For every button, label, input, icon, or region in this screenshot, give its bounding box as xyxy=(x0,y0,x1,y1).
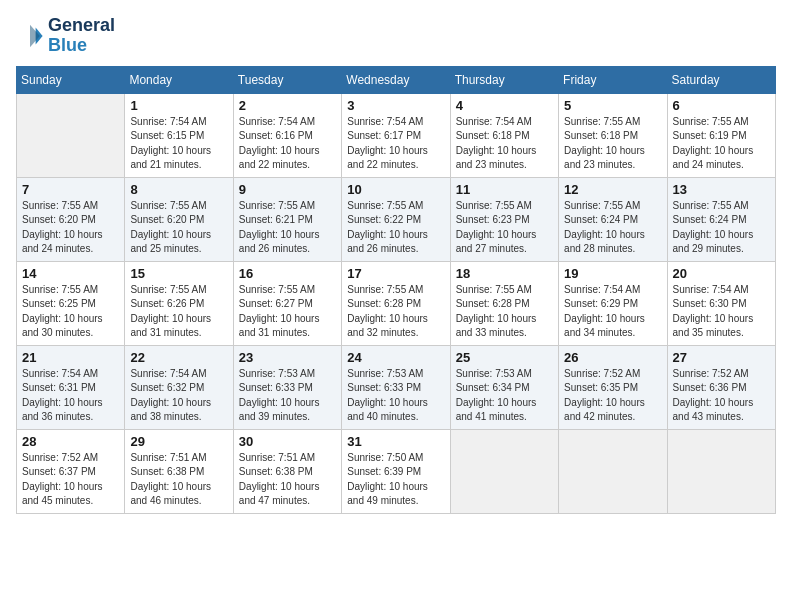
calendar-cell: 5Sunrise: 7:55 AMSunset: 6:18 PMDaylight… xyxy=(559,93,667,177)
calendar-cell: 23Sunrise: 7:53 AMSunset: 6:33 PMDayligh… xyxy=(233,345,341,429)
calendar-cell: 22Sunrise: 7:54 AMSunset: 6:32 PMDayligh… xyxy=(125,345,233,429)
calendar-cell: 28Sunrise: 7:52 AMSunset: 6:37 PMDayligh… xyxy=(17,429,125,513)
calendar-cell: 19Sunrise: 7:54 AMSunset: 6:29 PMDayligh… xyxy=(559,261,667,345)
logo-icon xyxy=(16,22,44,50)
day-number: 7 xyxy=(22,182,119,197)
day-info: Sunrise: 7:55 AMSunset: 6:24 PMDaylight:… xyxy=(673,199,770,257)
day-number: 1 xyxy=(130,98,227,113)
calendar-cell: 9Sunrise: 7:55 AMSunset: 6:21 PMDaylight… xyxy=(233,177,341,261)
page-header: General Blue xyxy=(16,16,776,56)
day-number: 11 xyxy=(456,182,553,197)
day-number: 27 xyxy=(673,350,770,365)
logo: General Blue xyxy=(16,16,115,56)
weekday-header: Tuesday xyxy=(233,66,341,93)
day-info: Sunrise: 7:54 AMSunset: 6:16 PMDaylight:… xyxy=(239,115,336,173)
calendar-cell: 21Sunrise: 7:54 AMSunset: 6:31 PMDayligh… xyxy=(17,345,125,429)
calendar-cell: 2Sunrise: 7:54 AMSunset: 6:16 PMDaylight… xyxy=(233,93,341,177)
calendar-cell xyxy=(559,429,667,513)
calendar-cell xyxy=(17,93,125,177)
day-number: 5 xyxy=(564,98,661,113)
day-number: 6 xyxy=(673,98,770,113)
calendar-cell: 8Sunrise: 7:55 AMSunset: 6:20 PMDaylight… xyxy=(125,177,233,261)
day-number: 26 xyxy=(564,350,661,365)
day-info: Sunrise: 7:55 AMSunset: 6:20 PMDaylight:… xyxy=(130,199,227,257)
day-info: Sunrise: 7:55 AMSunset: 6:27 PMDaylight:… xyxy=(239,283,336,341)
calendar-cell: 13Sunrise: 7:55 AMSunset: 6:24 PMDayligh… xyxy=(667,177,775,261)
day-number: 19 xyxy=(564,266,661,281)
day-info: Sunrise: 7:53 AMSunset: 6:34 PMDaylight:… xyxy=(456,367,553,425)
day-info: Sunrise: 7:53 AMSunset: 6:33 PMDaylight:… xyxy=(239,367,336,425)
day-info: Sunrise: 7:55 AMSunset: 6:28 PMDaylight:… xyxy=(456,283,553,341)
calendar-cell: 1Sunrise: 7:54 AMSunset: 6:15 PMDaylight… xyxy=(125,93,233,177)
day-info: Sunrise: 7:52 AMSunset: 6:35 PMDaylight:… xyxy=(564,367,661,425)
day-info: Sunrise: 7:54 AMSunset: 6:18 PMDaylight:… xyxy=(456,115,553,173)
day-info: Sunrise: 7:55 AMSunset: 6:18 PMDaylight:… xyxy=(564,115,661,173)
day-info: Sunrise: 7:55 AMSunset: 6:26 PMDaylight:… xyxy=(130,283,227,341)
calendar-cell xyxy=(667,429,775,513)
day-number: 31 xyxy=(347,434,444,449)
calendar-cell: 7Sunrise: 7:55 AMSunset: 6:20 PMDaylight… xyxy=(17,177,125,261)
weekday-header: Sunday xyxy=(17,66,125,93)
day-info: Sunrise: 7:52 AMSunset: 6:36 PMDaylight:… xyxy=(673,367,770,425)
day-info: Sunrise: 7:55 AMSunset: 6:24 PMDaylight:… xyxy=(564,199,661,257)
day-info: Sunrise: 7:54 AMSunset: 6:31 PMDaylight:… xyxy=(22,367,119,425)
day-info: Sunrise: 7:55 AMSunset: 6:22 PMDaylight:… xyxy=(347,199,444,257)
logo-text: General Blue xyxy=(48,16,115,56)
day-info: Sunrise: 7:54 AMSunset: 6:29 PMDaylight:… xyxy=(564,283,661,341)
day-number: 12 xyxy=(564,182,661,197)
day-info: Sunrise: 7:52 AMSunset: 6:37 PMDaylight:… xyxy=(22,451,119,509)
day-number: 9 xyxy=(239,182,336,197)
day-info: Sunrise: 7:55 AMSunset: 6:21 PMDaylight:… xyxy=(239,199,336,257)
day-info: Sunrise: 7:55 AMSunset: 6:25 PMDaylight:… xyxy=(22,283,119,341)
weekday-header: Monday xyxy=(125,66,233,93)
day-number: 4 xyxy=(456,98,553,113)
day-number: 10 xyxy=(347,182,444,197)
calendar-cell: 4Sunrise: 7:54 AMSunset: 6:18 PMDaylight… xyxy=(450,93,558,177)
day-info: Sunrise: 7:54 AMSunset: 6:30 PMDaylight:… xyxy=(673,283,770,341)
calendar-cell: 3Sunrise: 7:54 AMSunset: 6:17 PMDaylight… xyxy=(342,93,450,177)
calendar-cell: 31Sunrise: 7:50 AMSunset: 6:39 PMDayligh… xyxy=(342,429,450,513)
day-number: 14 xyxy=(22,266,119,281)
day-info: Sunrise: 7:55 AMSunset: 6:23 PMDaylight:… xyxy=(456,199,553,257)
weekday-header: Saturday xyxy=(667,66,775,93)
day-number: 21 xyxy=(22,350,119,365)
day-number: 18 xyxy=(456,266,553,281)
day-number: 8 xyxy=(130,182,227,197)
day-number: 22 xyxy=(130,350,227,365)
weekday-header: Wednesday xyxy=(342,66,450,93)
calendar-cell: 12Sunrise: 7:55 AMSunset: 6:24 PMDayligh… xyxy=(559,177,667,261)
calendar-cell: 20Sunrise: 7:54 AMSunset: 6:30 PMDayligh… xyxy=(667,261,775,345)
day-number: 28 xyxy=(22,434,119,449)
calendar-table: SundayMondayTuesdayWednesdayThursdayFrid… xyxy=(16,66,776,514)
calendar-week-row: 14Sunrise: 7:55 AMSunset: 6:25 PMDayligh… xyxy=(17,261,776,345)
calendar-week-row: 21Sunrise: 7:54 AMSunset: 6:31 PMDayligh… xyxy=(17,345,776,429)
calendar-cell: 25Sunrise: 7:53 AMSunset: 6:34 PMDayligh… xyxy=(450,345,558,429)
calendar-cell: 10Sunrise: 7:55 AMSunset: 6:22 PMDayligh… xyxy=(342,177,450,261)
day-number: 30 xyxy=(239,434,336,449)
day-number: 17 xyxy=(347,266,444,281)
day-number: 2 xyxy=(239,98,336,113)
calendar-cell: 6Sunrise: 7:55 AMSunset: 6:19 PMDaylight… xyxy=(667,93,775,177)
calendar-cell xyxy=(450,429,558,513)
calendar-week-row: 7Sunrise: 7:55 AMSunset: 6:20 PMDaylight… xyxy=(17,177,776,261)
day-info: Sunrise: 7:51 AMSunset: 6:38 PMDaylight:… xyxy=(239,451,336,509)
day-info: Sunrise: 7:50 AMSunset: 6:39 PMDaylight:… xyxy=(347,451,444,509)
weekday-header-row: SundayMondayTuesdayWednesdayThursdayFrid… xyxy=(17,66,776,93)
day-info: Sunrise: 7:54 AMSunset: 6:17 PMDaylight:… xyxy=(347,115,444,173)
calendar-cell: 24Sunrise: 7:53 AMSunset: 6:33 PMDayligh… xyxy=(342,345,450,429)
day-number: 24 xyxy=(347,350,444,365)
calendar-cell: 17Sunrise: 7:55 AMSunset: 6:28 PMDayligh… xyxy=(342,261,450,345)
day-info: Sunrise: 7:55 AMSunset: 6:28 PMDaylight:… xyxy=(347,283,444,341)
day-info: Sunrise: 7:54 AMSunset: 6:15 PMDaylight:… xyxy=(130,115,227,173)
calendar-cell: 26Sunrise: 7:52 AMSunset: 6:35 PMDayligh… xyxy=(559,345,667,429)
day-info: Sunrise: 7:55 AMSunset: 6:20 PMDaylight:… xyxy=(22,199,119,257)
calendar-week-row: 28Sunrise: 7:52 AMSunset: 6:37 PMDayligh… xyxy=(17,429,776,513)
weekday-header: Thursday xyxy=(450,66,558,93)
calendar-cell: 16Sunrise: 7:55 AMSunset: 6:27 PMDayligh… xyxy=(233,261,341,345)
svg-marker-1 xyxy=(30,25,40,47)
calendar-cell: 14Sunrise: 7:55 AMSunset: 6:25 PMDayligh… xyxy=(17,261,125,345)
weekday-header: Friday xyxy=(559,66,667,93)
calendar-week-row: 1Sunrise: 7:54 AMSunset: 6:15 PMDaylight… xyxy=(17,93,776,177)
day-number: 20 xyxy=(673,266,770,281)
day-number: 29 xyxy=(130,434,227,449)
